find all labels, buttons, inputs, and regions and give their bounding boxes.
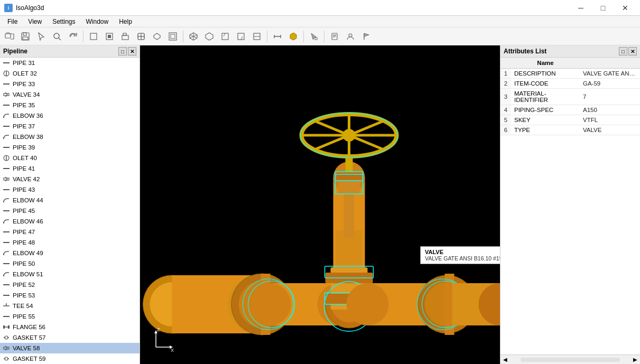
- svg-point-4: [54, 33, 59, 39]
- svg-rect-76: [3, 263, 10, 264]
- menu-window[interactable]: Window: [81, 17, 114, 26]
- view4-button[interactable]: [234, 29, 248, 44]
- search-button[interactable]: [50, 29, 64, 44]
- 3d-viewport[interactable]: VALVE VALVE GATE ANSI B16.10 #150.RF 9% …: [140, 45, 500, 364]
- pipeline-icon-elbow: [2, 217, 11, 226]
- menu-file[interactable]: File: [2, 17, 23, 26]
- open-button[interactable]: [2, 29, 17, 44]
- pipeline-item-41[interactable]: PIPE 41: [0, 163, 140, 174]
- scroll-right-btn[interactable]: ▶: [630, 355, 640, 365]
- pipeline-panel-controls: □ ✕: [118, 47, 136, 55]
- maximize-button[interactable]: □: [592, 0, 614, 16]
- attr-close-button[interactable]: ✕: [628, 47, 637, 55]
- pipeline-item-45[interactable]: PIPE 45: [0, 206, 140, 216]
- flag-button[interactable]: [359, 29, 374, 44]
- pipeline-label-55: PIPE 55: [13, 313, 35, 320]
- pipeline-label-45: PIPE 45: [13, 208, 35, 214]
- refresh-button[interactable]: [66, 29, 80, 44]
- pipeline-item-53[interactable]: PIPE 53: [0, 290, 140, 301]
- pipeline-item-35[interactable]: PIPE 35: [0, 100, 140, 110]
- svg-point-133: [347, 283, 389, 325]
- pipeline-item-33[interactable]: PIPE 33: [0, 79, 140, 89]
- pipeline-item-40[interactable]: OLET 40: [0, 153, 140, 163]
- panel-restore-button[interactable]: □: [118, 47, 127, 55]
- view2-button[interactable]: [202, 29, 217, 44]
- cursor2-button[interactable]: [307, 29, 321, 44]
- pipeline-item-56[interactable]: FLANGE 56: [0, 322, 140, 332]
- pipeline-item-58[interactable]: VALVE 58: [0, 343, 140, 353]
- tooltip-description: VALVE GATE ANSI B16.10 #150.RF 9% NICKEL…: [425, 255, 500, 262]
- pipeline-item-57[interactable]: GASKET 57: [0, 332, 140, 343]
- pipeline-label-41: PIPE 41: [13, 165, 35, 172]
- pipeline-item-55[interactable]: PIPE 55: [0, 311, 140, 322]
- pipeline-label-47: PIPE 47: [13, 229, 35, 235]
- pointer-button[interactable]: [34, 29, 49, 44]
- pipeline-item-54[interactable]: TEE 54: [0, 301, 140, 311]
- pipeline-item-48[interactable]: PIPE 48: [0, 237, 140, 248]
- pipeline-item-51[interactable]: ELBOW 51: [0, 269, 140, 279]
- attr-row-value: VTFL: [580, 115, 640, 125]
- pipeline-item-59[interactable]: GASKET 59: [0, 353, 140, 364]
- close-button[interactable]: ✕: [615, 0, 636, 16]
- user-button[interactable]: [343, 29, 358, 44]
- pipeline-item-39[interactable]: PIPE 39: [0, 142, 140, 153]
- pipeline-icon-pipe: [2, 80, 11, 88]
- svg-marker-14: [154, 33, 160, 40]
- pipeline-item-52[interactable]: PIPE 52: [0, 279, 140, 290]
- box5-button[interactable]: [150, 29, 164, 44]
- save-button[interactable]: [18, 29, 33, 44]
- scroll-left-btn[interactable]: ◀: [500, 355, 510, 365]
- pipeline-panel-title: Pipeline: [3, 48, 27, 55]
- pipeline-icon-elbow: [2, 133, 11, 141]
- svg-rect-9: [122, 35, 128, 40]
- box6-button[interactable]: [165, 29, 180, 44]
- view1-button[interactable]: [186, 29, 201, 44]
- attr-row: 4PIPING-SPECA150: [500, 105, 640, 115]
- pipeline-label-57: GASKET 57: [13, 334, 45, 341]
- pipeline-item-46[interactable]: ELBOW 46: [0, 216, 140, 227]
- pipeline-item-44[interactable]: ELBOW 44: [0, 195, 140, 206]
- pipeline-icon-pipe: [2, 143, 11, 152]
- pipeline-item-31[interactable]: PIPE 31: [0, 58, 140, 68]
- pipeline-item-50[interactable]: PIPE 50: [0, 258, 140, 269]
- book-button[interactable]: [327, 29, 342, 44]
- view5-button[interactable]: [249, 29, 264, 44]
- pipeline-item-37[interactable]: PIPE 37: [0, 121, 140, 132]
- horizontal-scrollbar[interactable]: [521, 358, 620, 362]
- pipeline-item-32[interactable]: OLET 32: [0, 68, 140, 79]
- attr-row-value: VALVE: [580, 125, 640, 135]
- attr-restore-button[interactable]: □: [619, 47, 627, 55]
- pipeline-item-36[interactable]: ELBOW 36: [0, 110, 140, 121]
- box1-button[interactable]: [86, 29, 101, 44]
- pipeline-item-43[interactable]: PIPE 43: [0, 184, 140, 195]
- panel-close-button[interactable]: ✕: [128, 47, 136, 55]
- pipeline-icon-tee: [2, 302, 11, 310]
- pipeline-icon-pipe: [2, 59, 11, 67]
- measure-button[interactable]: [270, 29, 285, 44]
- pipeline-item-38[interactable]: ELBOW 38: [0, 132, 140, 142]
- box2-button[interactable]: [102, 29, 117, 44]
- pipeline-item-42[interactable]: VALVE 42: [0, 174, 140, 184]
- svg-line-23: [224, 33, 225, 36]
- separator-1: [83, 31, 84, 42]
- pipeline-item-34[interactable]: VALVE 34: [0, 89, 140, 100]
- attr-row: 1DESCRIPTIONVALVE GATE ANSI B16: [500, 69, 640, 79]
- menu-view[interactable]: View: [23, 17, 47, 26]
- pipeline-item-49[interactable]: ELBOW 49: [0, 248, 140, 258]
- svg-line-5: [59, 38, 61, 40]
- menu-help[interactable]: Help: [114, 17, 137, 26]
- tooltip-title: VALVE: [425, 249, 500, 255]
- svg-rect-59: [3, 147, 10, 148]
- minimize-button[interactable]: ─: [570, 0, 591, 16]
- box3-button[interactable]: [118, 29, 133, 44]
- pipeline-icon-pipe: [2, 312, 11, 321]
- pipeline-list[interactable]: GASKET 29FLANGE 30PIPE 31OLET 32PIPE 33V…: [0, 58, 140, 364]
- svg-rect-66: [3, 189, 10, 190]
- pipeline-label-52: PIPE 52: [13, 282, 35, 288]
- menu-settings[interactable]: Settings: [47, 17, 80, 26]
- box4-button[interactable]: [134, 29, 149, 44]
- attr-row-value: A150: [580, 105, 640, 115]
- view3-button[interactable]: [218, 29, 233, 44]
- pipeline-item-47[interactable]: PIPE 47: [0, 227, 140, 237]
- hex-button[interactable]: [286, 29, 301, 44]
